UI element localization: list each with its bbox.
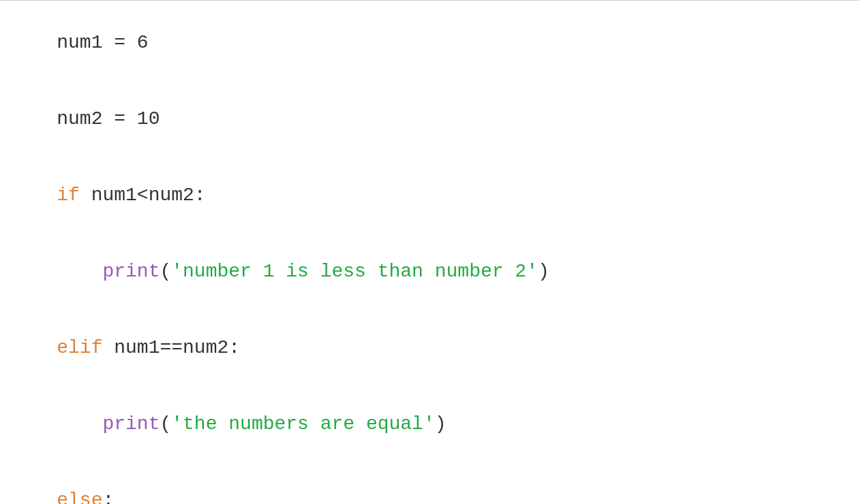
code-line-3: if num1<num2: — [11, 167, 848, 224]
keyword-if: if — [57, 185, 80, 206]
condition-elif: num1==num2: — [102, 337, 240, 358]
indent-2 — [57, 413, 102, 435]
val-6: 6 — [137, 32, 149, 53]
paren-open-2: ( — [160, 413, 171, 435]
op-assign-1: = — [102, 32, 136, 53]
colon-else: : — [102, 490, 114, 504]
paren-open-1: ( — [160, 261, 171, 282]
code-line-4: print('number 1 is less than number 2') — [11, 243, 848, 300]
code-line-1: num1 = 6 — [11, 14, 848, 72]
keyword-else: else — [57, 490, 102, 504]
func-print-1: print — [102, 261, 160, 282]
paren-close-2: ) — [435, 413, 447, 435]
string-1: 'number 1 is less than number 2' — [171, 261, 538, 282]
string-2: 'the numbers are equal' — [171, 413, 434, 435]
keyword-elif: elif — [57, 337, 102, 358]
code-line-7: else: — [11, 472, 848, 504]
code-editor: num1 = 6 num2 = 10 if num1<num2: print('… — [0, 0, 859, 504]
var-num2: num2 — [57, 108, 102, 129]
condition-if: num1<num2: — [80, 185, 206, 206]
func-print-2: print — [102, 413, 160, 435]
paren-close-1: ) — [538, 261, 549, 282]
op-assign-2: = — [102, 108, 136, 129]
code-line-2: num2 = 10 — [11, 91, 848, 148]
indent-1 — [57, 261, 102, 282]
val-10: 10 — [137, 108, 160, 129]
code-line-6: print('the numbers are equal') — [11, 396, 848, 453]
code-line-5: elif num1==num2: — [11, 319, 848, 377]
var-num1: num1 — [57, 32, 102, 53]
